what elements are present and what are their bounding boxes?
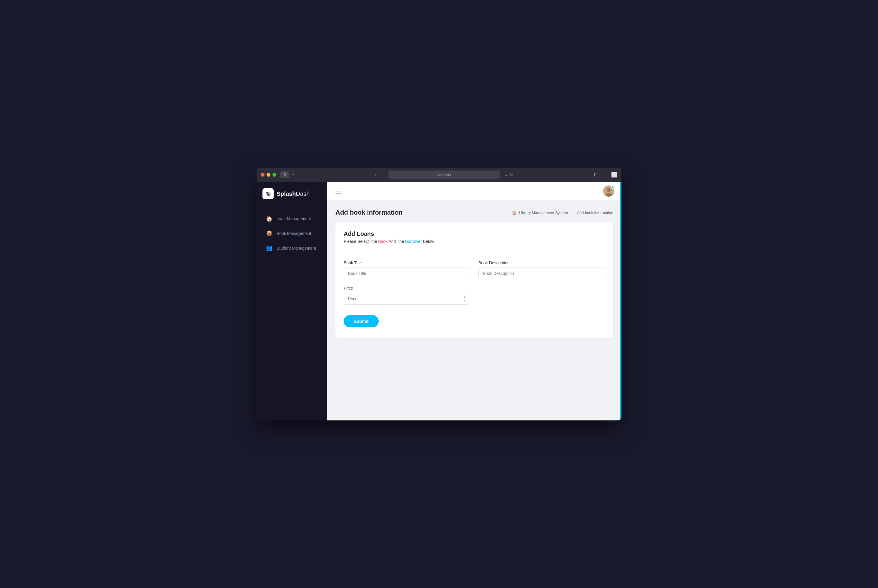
book-description-label: Book Description: [478, 261, 605, 265]
card-title: Add Loans: [344, 231, 605, 237]
subtitle-middle: And The: [388, 239, 405, 244]
main-content: Add book information 🏠 Library Managemen…: [327, 182, 621, 420]
breadcrumb-home-icon: 🏠: [512, 210, 517, 215]
title-bar-right: ⬆ ＋ ⬜: [592, 171, 617, 178]
spin-up-icon[interactable]: ▲: [463, 295, 466, 298]
window-controls: ⊞ ▾: [280, 171, 294, 178]
card-subtitle: Please Select The Book And The Borrower …: [344, 239, 605, 244]
logo-emoji: 🛍: [265, 191, 271, 197]
sidebar-toggle-button[interactable]: ⊞: [280, 171, 289, 178]
sidebar-item-label: Loan Management: [277, 216, 311, 221]
breadcrumb-current: Add book information: [577, 210, 613, 215]
book-icon: 📦: [266, 230, 272, 237]
students-icon: 👥: [266, 245, 272, 251]
hamburger-line: [335, 189, 342, 189]
hamburger-line: [335, 191, 342, 191]
menu-toggle-button[interactable]: [334, 188, 343, 195]
title-bar: ⊞ ▾ ‹ › localhost ⇄ ↻ ⬆ ＋ ⬜: [257, 168, 621, 182]
new-tab-icon[interactable]: ＋: [601, 171, 606, 178]
divider: [344, 252, 605, 252]
subtitle-borrower: Borrower: [405, 239, 422, 244]
translate-icon: ⇄: [504, 172, 508, 177]
page-header: Add book information 🏠 Library Managemen…: [335, 209, 613, 216]
sidebar: 🛍 SplashDash 🏠 Loan Management 📦 Book Ma…: [257, 182, 327, 420]
app-body: 🛍 SplashDash 🏠 Loan Management 📦 Book Ma…: [257, 182, 621, 420]
address-icons: ⇄ ↻: [504, 172, 513, 177]
book-title-input[interactable]: [344, 267, 470, 279]
breadcrumb: 🏠 Library Management System || Add book …: [512, 210, 613, 215]
subtitle-prefix: Please Select The: [344, 239, 378, 244]
forward-button[interactable]: ›: [380, 171, 384, 178]
breadcrumb-separator: ||: [571, 210, 573, 215]
breadcrumb-home-label: Library Management System: [519, 210, 568, 215]
back-button[interactable]: ‹: [373, 171, 378, 178]
hamburger-line: [335, 193, 342, 194]
book-description-input[interactable]: [478, 267, 605, 279]
avatar-container: [603, 186, 614, 196]
sidebar-item-loan-management[interactable]: 🏠 Loan Management: [260, 212, 324, 225]
price-label: Price: [344, 286, 469, 291]
book-title-label: Book Title: [344, 261, 470, 265]
svg-point-1: [607, 188, 611, 192]
sidebar-item-student-management[interactable]: 👥 Student Management: [260, 242, 324, 255]
minimize-button[interactable]: [266, 173, 271, 177]
subtitle-book: Book: [378, 239, 388, 244]
nav-arrows: ‹ ›: [373, 171, 384, 178]
fullscreen-button[interactable]: [272, 173, 276, 177]
home-icon: 🏠: [266, 216, 272, 222]
address-bar-container: ‹ › localhost ⇄ ↻: [294, 171, 592, 179]
close-button[interactable]: [261, 173, 265, 177]
logo-icon: 🛍: [262, 188, 274, 200]
spin-arrows[interactable]: ▲ ▼: [463, 295, 466, 302]
form-row-top: Book Title Book Description: [344, 261, 605, 279]
price-input-wrap: ▲ ▼: [344, 293, 469, 304]
price-group: Price ▲ ▼: [344, 286, 469, 304]
book-description-group: Book Description: [478, 261, 605, 279]
mac-window: ⊞ ▾ ‹ › localhost ⇄ ↻ ⬆ ＋ ⬜ 🛍: [257, 168, 621, 420]
page-title: Add book information: [335, 209, 403, 216]
online-indicator: [611, 186, 614, 189]
sidebar-item-label: Student Management: [277, 246, 316, 250]
share-icon[interactable]: ⬆: [592, 172, 597, 178]
submit-button[interactable]: Submit: [344, 315, 379, 327]
sidebar-logo: 🛍 SplashDash: [257, 182, 327, 206]
page-content: Add book information 🏠 Library Managemen…: [327, 201, 621, 420]
logo-text: SplashDash: [277, 190, 310, 197]
sidebar-nav: 🏠 Loan Management 📦 Book Management 👥 St…: [257, 206, 327, 261]
price-input[interactable]: [344, 293, 469, 304]
subtitle-suffix: Below: [422, 239, 434, 244]
sidebar-item-book-management[interactable]: 📦 Book Management: [260, 226, 324, 240]
spin-down-icon[interactable]: ▼: [463, 299, 466, 302]
tabs-icon[interactable]: ⬜: [611, 172, 617, 178]
form-row-price: Price ▲ ▼: [344, 286, 469, 304]
book-title-group: Book Title: [344, 261, 470, 279]
address-bar[interactable]: localhost: [388, 171, 500, 179]
form-card: Add Loans Please Select The Book And The…: [335, 222, 613, 338]
sidebar-item-label: Book Management: [277, 231, 311, 236]
header: [327, 182, 621, 201]
traffic-lights: [261, 173, 276, 177]
refresh-icon[interactable]: ↻: [510, 172, 513, 177]
